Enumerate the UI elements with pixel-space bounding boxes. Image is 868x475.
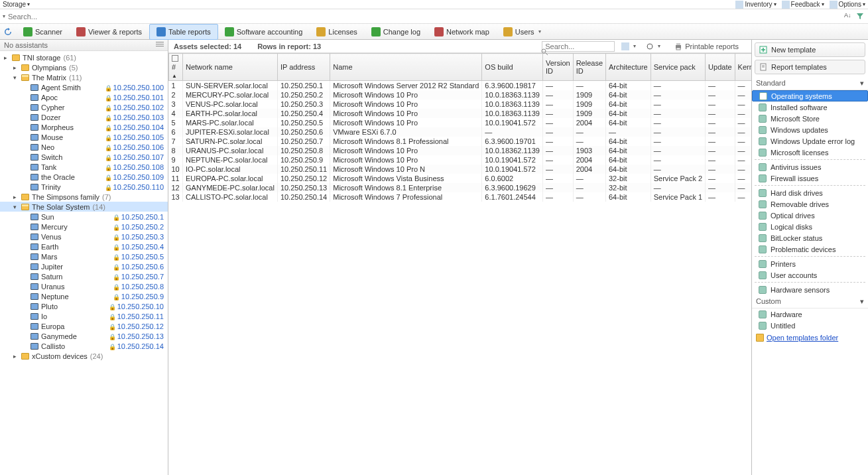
standard-template-item[interactable]: Windows updates	[752, 124, 868, 135]
table-row[interactable]: 8URANUS-PC.solar.local10.250.250.8Micros…	[169, 146, 752, 155]
standard-template-item[interactable]: Windows Update error log	[752, 135, 868, 147]
standard-template-item[interactable]: Problematic devices	[752, 243, 868, 255]
tree-asset[interactable]: Pluto🔒10.250.250.10	[0, 301, 168, 311]
table-row[interactable]: 7SATURN-PC.solar.local10.250.250.7Micros…	[169, 137, 752, 146]
tree-folder[interactable]: ▸TNI storage (61)	[0, 52, 168, 62]
tab-software[interactable]: Software accounting	[218, 24, 310, 40]
table-row[interactable]: 11EUROPA-PC.solar.local10.250.250.12Micr…	[169, 174, 752, 183]
tree-asset[interactable]: Sun🔒10.250.250.1	[0, 212, 168, 222]
tree-folder[interactable]: ▸xCustom devices (24)	[0, 351, 168, 361]
open-templates-folder-link[interactable]: Open templates folder	[752, 331, 868, 344]
tree-asset[interactable]: Ganymede🔒10.250.250.13	[0, 331, 168, 341]
tab-users[interactable]: Users▾	[497, 24, 548, 40]
table-row[interactable]: 12GANYMEDE-PC.solar.local10.250.250.13Mi…	[169, 183, 752, 192]
menu-feedback[interactable]: Feedback ▾	[782, 1, 824, 9]
col-header[interactable]: # ▲	[169, 54, 183, 81]
col-header[interactable]: IP address	[277, 54, 330, 81]
options-dropdown-1[interactable]: ▾	[619, 40, 639, 54]
expand-icon[interactable]: ▸	[4, 54, 9, 61]
tree-asset[interactable]: Trinity🔒10.250.250.110	[0, 182, 168, 192]
custom-template-item[interactable]: Untitled	[752, 320, 868, 331]
group-icon[interactable]	[172, 55, 178, 62]
standard-template-item[interactable]: Operating systems	[752, 90, 868, 102]
tree-asset[interactable]: Venus🔒10.250.250.3	[0, 232, 168, 241]
tab-table[interactable]: Table reports	[149, 24, 218, 40]
col-header[interactable]: Architecture	[606, 54, 651, 81]
report-templates-button[interactable]: Report templates	[755, 60, 865, 74]
custom-template-item[interactable]: Hardware	[752, 308, 868, 320]
menu-inventory[interactable]: Inventory ▾	[735, 1, 776, 9]
standard-template-item[interactable]: BitLocker status	[752, 232, 868, 243]
tree-asset[interactable]: Callisto🔒10.250.250.14	[0, 341, 168, 351]
tree-asset[interactable]: Io🔒10.250.250.11	[0, 311, 168, 321]
table-row[interactable]: 5MARS-PC.solar.local10.250.250.5Microsof…	[169, 118, 752, 127]
printable-reports-button[interactable]: Printable reports	[668, 40, 746, 54]
table-row[interactable]: 1SUN-SERVER.solar.local10.250.250.1Micro…	[169, 81, 752, 91]
menu-options[interactable]: Options ▾	[830, 1, 865, 9]
standard-template-item[interactable]: Installed software	[752, 102, 868, 113]
expand-icon[interactable]: ▸	[13, 353, 19, 360]
tab-licenses[interactable]: Licenses	[310, 24, 364, 40]
col-header[interactable]: OS build	[482, 54, 543, 81]
tree-asset[interactable]: Europa🔒10.250.250.12	[0, 321, 168, 331]
standard-template-item[interactable]: Microsoft licenses	[752, 147, 868, 158]
standard-template-item[interactable]: Hardware sensors	[752, 284, 868, 295]
standard-section[interactable]: Standard▾	[752, 77, 868, 90]
tab-viewer[interactable]: Viewer & reports	[70, 24, 149, 40]
tree-asset[interactable]: Dozer🔒10.250.250.103	[0, 112, 168, 122]
standard-template-item[interactable]: Removable drives	[752, 198, 868, 210]
expand-icon[interactable]: ▸	[13, 194, 19, 200]
sort-az-icon[interactable]: A↓	[844, 12, 853, 21]
table-row[interactable]: 10IO-PC.solar.local10.250.250.11Microsof…	[169, 165, 752, 174]
tree-asset[interactable]: Switch🔒10.250.250.107	[0, 152, 168, 162]
table-row[interactable]: 4EARTH-PC.solar.local10.250.250.4Microso…	[169, 109, 752, 118]
tab-changelog[interactable]: Change log	[365, 24, 428, 40]
tree-folder[interactable]: ▸The Simpsons family (7)	[0, 192, 168, 202]
tree-asset[interactable]: Jupiter🔒10.250.250.6	[0, 261, 168, 271]
filter-icon[interactable]	[856, 12, 865, 21]
tree-asset[interactable]: Apoc🔒10.250.250.101	[0, 92, 168, 102]
tree-asset[interactable]: Mars🔒10.250.250.5	[0, 251, 168, 261]
table-row[interactable]: 9NEPTUNE-PC.solar.local10.250.250.9Micro…	[169, 155, 752, 165]
report-search-input[interactable]	[542, 41, 615, 52]
standard-template-item[interactable]: Printers	[752, 258, 868, 269]
tree-asset[interactable]: Uranus🔒10.250.250.8	[0, 281, 168, 291]
table-row[interactable]: 3VENUS-PC.solar.local10.250.250.3Microso…	[169, 100, 752, 109]
tree-asset[interactable]: Neptune🔒10.250.250.9	[0, 291, 168, 301]
tab-netmap[interactable]: Network map	[428, 24, 497, 40]
refresh-button[interactable]	[0, 24, 17, 40]
new-template-button[interactable]: New template	[755, 42, 865, 57]
col-header[interactable]: Update	[706, 54, 735, 81]
standard-template-item[interactable]: Microsoft Store	[752, 113, 868, 124]
tree-asset[interactable]: Cypher🔒10.250.250.102	[0, 102, 168, 112]
tree-asset[interactable]: Neo🔒10.250.250.106	[0, 142, 168, 152]
standard-template-item[interactable]: Firewall issues	[752, 172, 868, 184]
tree-asset[interactable]: Agent Smith🔒10.250.250.100	[0, 82, 168, 92]
col-header[interactable]: Version ID	[542, 54, 573, 81]
sidebar-menu-icon[interactable]	[156, 41, 164, 48]
standard-template-item[interactable]: Logical disks	[752, 221, 868, 232]
tree-asset[interactable]: Morpheus🔒10.250.250.104	[0, 122, 168, 132]
standard-template-item[interactable]: Antivirus issues	[752, 161, 868, 172]
tree-asset[interactable]: Tank🔒10.250.250.108	[0, 162, 168, 172]
search-scope-dropdown[interactable]: ▾	[3, 13, 5, 19]
report-table-wrap[interactable]: # ▲Network nameIP addressNameOS buildVer…	[168, 53, 751, 475]
sidebar-search-input[interactable]	[8, 13, 141, 21]
standard-template-item[interactable]: Hard disk drives	[752, 187, 868, 198]
tree-asset[interactable]: Mercury🔒10.250.250.2	[0, 222, 168, 232]
tree-asset[interactable]: Mouse🔒10.250.250.105	[0, 132, 168, 142]
table-row[interactable]: 6JUPITER-ESXi.solar.local10.250.250.6VMw…	[169, 127, 752, 137]
tree-asset[interactable]: Saturn🔒10.250.250.7	[0, 271, 168, 281]
tab-scanner[interactable]: Scanner	[17, 24, 70, 40]
tree-folder[interactable]: ▾The Solar System (14)	[0, 202, 168, 212]
tree-asset[interactable]: the Oracle🔒10.250.250.109	[0, 172, 168, 182]
custom-section[interactable]: Custom▾	[752, 295, 868, 308]
tree-asset[interactable]: Earth🔒10.250.250.4	[0, 241, 168, 251]
tree-folder[interactable]: ▸Olympians (5)	[0, 62, 168, 72]
options-dropdown-2[interactable]: ▾	[643, 40, 664, 54]
tree-folder[interactable]: ▾The Matrix (11)	[0, 72, 168, 82]
col-header[interactable]: Network name	[183, 54, 278, 81]
table-row[interactable]: 2MERCURY-PC.solar.local10.250.250.2Micro…	[169, 90, 752, 100]
expand-icon[interactable]: ▾	[13, 74, 19, 81]
table-row[interactable]: 13CALLISTO-PC.solar.local10.250.250.14Mi…	[169, 192, 752, 202]
